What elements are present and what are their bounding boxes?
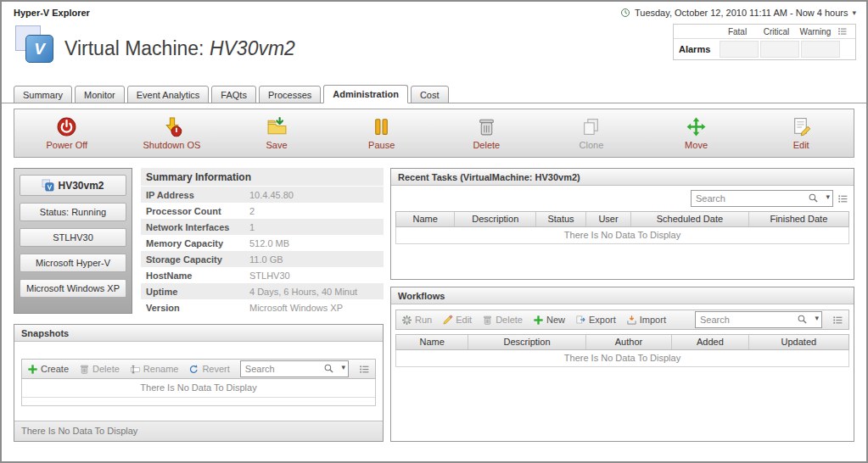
summary-row-value: 512.0 MB [249,238,289,248]
chevron-down-icon: ▾ [852,8,856,17]
action-label: Shutdown OS [143,140,201,150]
clone-button[interactable]: Clone [539,116,644,150]
summary-row-value: Microsoft Windows XP [249,303,343,313]
empty-data-message: There Is No Data To Display [395,350,849,367]
page-title: Virtual Machine: HV30vm2 [64,37,295,60]
search-icon[interactable] [808,192,819,204]
export-icon [575,315,586,326]
summary-row-label: Memory Capacity [141,238,249,248]
vm-card-name-label: HV30vm2 [58,180,104,192]
search-options-caret[interactable]: ▾ [815,314,819,322]
recent-tasks-table: Name Description Status User Scheduled D… [395,211,849,244]
workflows-search-box: ▾ [695,311,822,328]
shutdown-os-icon [161,116,182,137]
alarms-col-critical: Critical [757,27,796,36]
shutdown-os-button[interactable]: Shutdown OS [120,116,225,150]
create-snapshot-button[interactable]: Create [27,364,69,375]
summary-row-value: 1 [249,222,255,232]
time-range-selector[interactable]: Tuesday, October 12, 2010 11:11 AM - Now… [620,8,856,18]
new-workflow-button[interactable]: New [533,315,565,326]
search-icon[interactable] [797,314,808,325]
save-button[interactable]: Save [224,116,329,150]
tab-faqts[interactable]: FAQts [211,86,256,103]
summary-information-title: Summary Information [141,168,384,186]
action-label: Move [685,140,708,150]
search-icon[interactable] [323,363,334,374]
import-workflow-button[interactable]: Import [626,315,666,326]
delete-snapshot-button[interactable]: Delete [79,364,120,375]
mini-action-label: New [546,315,565,325]
run-workflow-button[interactable]: Run [401,315,432,326]
table-customizer-icon[interactable] [837,193,848,204]
vm-icon [42,179,54,192]
vm-status-card: HV30vm2 Status: Running STLHV30 Microsof… [14,168,132,314]
alarms-col-warning: Warning [796,27,835,36]
save-icon [266,116,288,137]
top-bar: Hyper-V Explorer Tuesday, October 12, 20… [2,2,866,24]
pause-button[interactable]: Pause [329,116,434,150]
search-options-caret[interactable]: ▾ [341,363,345,371]
alarm-count-warning[interactable] [801,41,840,58]
workflows-table-header: Name Description Author Added Updated [395,334,849,350]
alarm-count-fatal[interactable] [720,41,759,58]
tab-cost[interactable]: Cost [411,86,449,103]
trash-icon [482,315,493,326]
empty-data-message: There Is No Data To Display [22,379,375,398]
alarm-count-critical[interactable] [760,41,799,58]
tab-administration[interactable]: Administration [323,85,408,103]
column-header-description[interactable]: Description [455,212,536,226]
table-customizer-icon[interactable] [359,364,370,375]
mini-action-label: Export [589,315,616,325]
vm-host-label[interactable]: STLHV30 [20,228,126,247]
edit-workflow-button[interactable]: Edit [442,315,472,326]
edit-button[interactable]: Edit [748,116,854,150]
workflows-table: Name Description Author Added Updated Th… [395,334,849,367]
column-header-scheduled-date[interactable]: Scheduled Date [631,212,749,226]
summary-row-label: Processor Count [141,206,249,216]
alarms-header-row: Fatal Critical Warning [674,25,855,39]
alarms-summary-table: Fatal Critical Warning Alarms [673,24,856,60]
revert-snapshot-button[interactable]: Revert [188,364,229,375]
column-header-added[interactable]: Added [672,335,749,349]
summary-row: Processor Count 2 [141,203,384,219]
delete-icon [476,116,497,137]
snapshots-table: There Is No Data To Display [21,379,376,406]
tab-event-analytics[interactable]: Event Analytics [127,86,210,103]
move-button[interactable]: Move [644,116,749,150]
column-header-name[interactable]: Name [396,335,468,349]
workflows-panel: Workflows Run Edit Delete [390,287,854,442]
column-header-status[interactable]: Status [536,212,586,226]
mini-action-label: Delete [496,315,523,325]
page-title-prefix: Virtual Machine: [64,37,204,59]
alarms-customizer-icon[interactable] [837,26,848,36]
search-options-caret[interactable]: ▾ [826,192,830,201]
tab-processes[interactable]: Processes [259,86,321,103]
column-header-description[interactable]: Description [468,335,586,349]
power-off-button[interactable]: Power Off [14,116,120,150]
rename-snapshot-button[interactable]: Rename [130,364,179,375]
summary-information-rows: IP Address 10.4.45.80 Processor Count 2 … [141,187,384,315]
move-icon [686,116,707,137]
plus-icon [27,364,38,375]
recent-tasks-search-box: ▾ [691,190,833,207]
tab-summary[interactable]: Summary [14,86,72,103]
column-header-finished-date[interactable]: Finished Date [749,212,848,226]
action-label: Delete [473,140,500,150]
column-header-updated[interactable]: Updated [749,335,848,349]
delete-button[interactable]: Delete [434,116,540,150]
left-column: HV30vm2 Status: Running STLHV30 Microsof… [14,168,384,442]
workflows-title: Workflows [391,287,854,304]
export-workflow-button[interactable]: Export [575,315,616,326]
column-header-name[interactable]: Name [396,212,455,226]
clock-icon [620,8,630,18]
tab-monitor[interactable]: Monitor [75,86,125,103]
column-header-author[interactable]: Author [586,335,672,349]
action-label: Edit [793,140,809,150]
pause-icon [371,116,392,137]
rename-icon [130,364,141,375]
table-customizer-icon[interactable] [832,315,843,326]
summary-row-value: 4 Days, 6 Hours, 40 Minut [249,287,357,297]
delete-workflow-button[interactable]: Delete [482,315,523,326]
mini-action-label: Rename [143,364,179,374]
column-header-user[interactable]: User [586,212,631,226]
